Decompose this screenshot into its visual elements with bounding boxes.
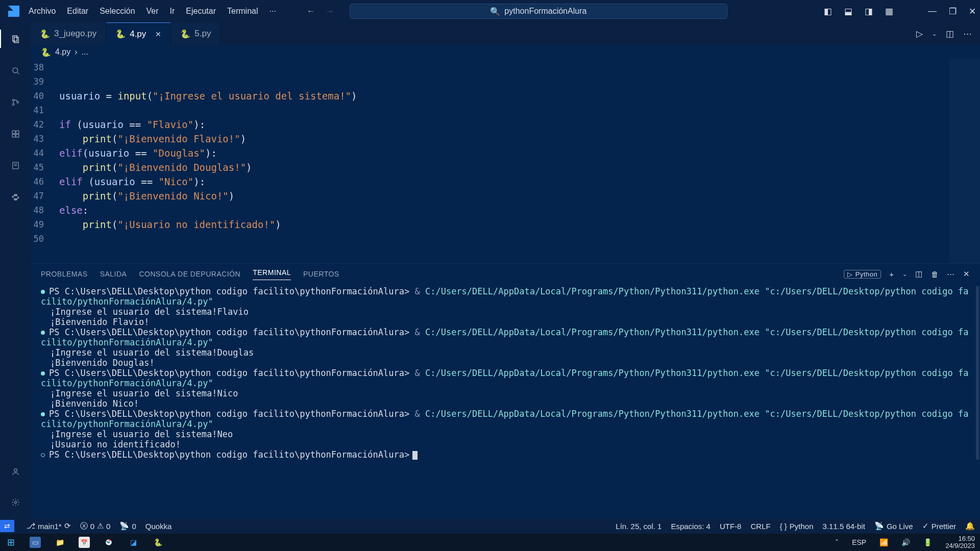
task-app-icon[interactable]: ▭ [30,537,41,548]
svg-rect-0 [12,36,16,41]
code-line[interactable]: 49 print("¡Usuario no identificado!") [31,217,980,232]
menu-item[interactable]: Ir [165,5,180,18]
notifications-icon[interactable]: 🔔 [965,521,975,531]
python-version[interactable]: 3.11.5 64-bit [823,522,865,531]
encoding[interactable]: UTF-8 [720,522,742,531]
close-tab-icon[interactable]: ✕ [155,30,161,38]
terminal-profile-badge[interactable]: ▷Python [844,270,881,279]
run-dropdown-icon[interactable]: ⌄ [932,31,937,37]
calendar-icon[interactable]: 📅 [79,537,90,548]
menu-item[interactable]: Ver [141,5,164,18]
language-mode[interactable]: { } Python [780,522,814,531]
code-line[interactable]: 43 print("¡Bienvenido Flavio!") [31,132,980,146]
status-problems[interactable]: ⓧ 0 ⚠ 0 [80,521,111,531]
editor-tab[interactable]: 🐍3_juego.py [31,22,106,45]
panel-tab[interactable]: PUERTOS [303,270,339,278]
split-editor-icon[interactable]: ◫ [946,29,954,39]
indentation[interactable]: Espacios: 4 [671,522,710,531]
panel-tab[interactable]: PROBLEMAS [41,270,88,278]
terminal-line: PS C:\Users\DELL\Desktop\python codigo f… [41,409,972,429]
python-file-icon: 🐍 [41,47,51,57]
panel-tab[interactable]: SALIDA [100,270,127,278]
git-branch[interactable]: ⎇ main1* ⟳ [27,521,71,531]
close-panel-icon[interactable]: ✕ [963,269,970,279]
layout-left-icon[interactable]: ◧ [824,6,832,17]
prettier[interactable]: ✓ Prettier [922,521,956,531]
go-live[interactable]: 📡 Go Live [874,521,913,531]
panel-tab[interactable]: CONSOLA DE DEPURACIÓN [139,270,240,278]
account-icon[interactable] [7,463,23,480]
system-clock[interactable]: 16:5024/9/2023 [945,535,975,549]
terminal-line: ¡Usuario no identificado! [41,439,972,449]
code-line[interactable]: 50 [31,232,980,246]
menu-item[interactable]: ··· [264,5,281,18]
menu-item[interactable]: Archivo [23,5,61,18]
file-explorer-icon[interactable]: 📁 [54,537,65,548]
tab-label: 3_juego.py [54,29,96,39]
tray-chevron-icon[interactable]: ˄ [835,538,839,546]
terminal-line: PS C:\Users\DELL\Desktop\python codigo f… [41,286,972,307]
volume-icon[interactable]: 🔊 [901,538,910,546]
terminal-line: ¡Bienvenido Douglas! [41,358,972,368]
layout-right-icon[interactable]: ◨ [865,6,873,17]
layout-bottom-icon[interactable]: ⬓ [844,6,852,17]
code-line[interactable]: 45 print("¡Bienvenido Douglas!") [31,160,980,174]
run-icon[interactable]: ▷ [916,29,923,39]
editor-tab[interactable]: 🐍5.py [171,22,220,45]
wifi-icon[interactable]: 📶 [879,538,888,546]
restore-icon[interactable]: ❐ [949,6,957,17]
code-line[interactable]: 40usuario = input("¡Ingrese el usuario d… [31,89,980,103]
more-actions-icon[interactable]: ⋯ [963,29,972,39]
editor-tab[interactable]: 🐍4.py✕ [106,22,171,45]
source-control-icon[interactable] [7,94,23,110]
start-menu-icon[interactable]: ⊞ [5,537,16,548]
output-icon[interactable] [7,157,23,173]
code-line[interactable]: 41 [31,103,980,117]
keyboard-lang[interactable]: ESP [852,538,866,546]
breadcrumb[interactable]: 🐍 4.py › ... [31,45,980,59]
explorer-icon[interactable] [7,31,23,47]
menu-item[interactable]: Terminal [222,5,263,18]
chrome-icon[interactable] [103,537,114,548]
breadcrumb-rest: ... [82,47,88,57]
code-line[interactable]: 39 [31,74,980,89]
terminal[interactable]: PS C:\Users\DELL\Desktop\python codigo f… [31,284,980,518]
minimize-icon[interactable]: — [928,6,937,16]
split-terminal-icon[interactable]: ◫ [915,269,923,279]
code-editor[interactable]: 383940usuario = input("¡Ingrese el usuar… [31,59,980,263]
kill-terminal-icon[interactable]: 🗑 [931,270,939,279]
minimap[interactable] [949,59,980,263]
menu-item[interactable]: Selección [94,5,140,18]
terminal-scrollbar[interactable] [976,286,979,460]
extensions-icon[interactable] [7,126,23,142]
code-line[interactable]: 47 print("¡Bienvenido Nico!") [31,189,980,203]
code-line[interactable]: 38 [31,60,980,74]
status-quokka[interactable]: Quokka [145,522,172,531]
vscode-taskbar-icon[interactable]: ◪ [128,537,139,548]
new-terminal-icon[interactable]: + [889,270,894,279]
layout-customize-icon[interactable]: ▦ [885,6,893,17]
code-line[interactable]: 42if (usuario == "Flavio"): [31,117,980,132]
status-ports[interactable]: 📡 0 [119,521,136,531]
code-line[interactable]: 46elif (usuario == "Nico"): [31,174,980,189]
close-window-icon[interactable]: ✕ [969,6,976,17]
command-center[interactable]: 🔍 pythonFormaciónAlura [350,4,727,19]
panel-tab[interactable]: TERMINAL [253,268,291,280]
battery-icon[interactable]: 🔋 [923,538,932,546]
search-icon[interactable] [7,62,23,79]
settings-gear-icon[interactable] [7,494,23,510]
terminal-dropdown-icon[interactable]: ⌄ [902,271,908,278]
menu-item[interactable]: Ejecutar [181,5,221,18]
eol[interactable]: CRLF [750,522,770,531]
python-taskbar-icon[interactable]: 🐍 [152,537,163,548]
forward-icon[interactable]: → [326,6,334,16]
menu-item[interactable]: Editar [62,5,93,18]
cursor-position[interactable]: Lín. 25, col. 1 [616,522,662,531]
more-panel-icon[interactable]: ⋯ [947,269,955,279]
back-icon[interactable]: ← [307,6,315,16]
remote-indicator[interactable]: ⇄ [0,520,14,532]
code-line[interactable]: 44elif(usuario == "Douglas"): [31,146,980,160]
code-line[interactable]: 48else: [31,203,980,217]
python-file-icon: 🐍 [115,29,126,39]
python-env-icon[interactable] [7,189,23,205]
